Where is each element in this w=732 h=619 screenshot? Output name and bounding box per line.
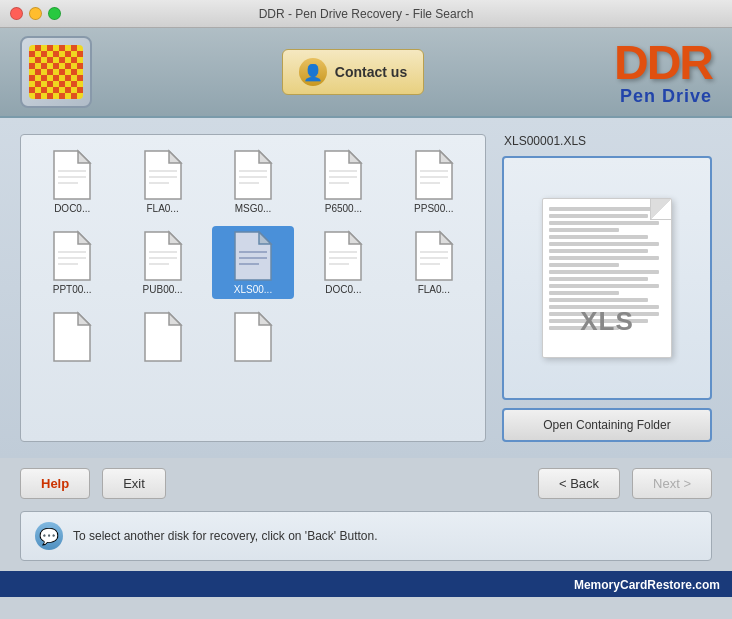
file-label-selected: XLS00... — [234, 284, 272, 295]
file-label: DOC0... — [325, 284, 361, 295]
preview-panel: XLS00001.XLS — [502, 134, 712, 442]
main-content: DOC0... FLA0... — [0, 118, 732, 458]
footer-brand: MemoryCardRestore.com — [574, 578, 720, 592]
file-icon — [141, 311, 185, 363]
nav-buttons: Help Exit < Back Next > — [20, 468, 712, 499]
contact-icon: 👤 — [299, 58, 327, 86]
close-button[interactable] — [10, 7, 23, 20]
file-label: MSG0... — [235, 203, 272, 214]
list-item[interactable]: PPT00... — [31, 226, 113, 299]
file-icon — [231, 311, 275, 363]
file-label: FLA0... — [418, 284, 450, 295]
preview-filetype-label: XLS — [580, 306, 634, 337]
preview-filename: XLS00001.XLS — [502, 134, 712, 148]
bottom-area: Help Exit < Back Next > 💬 To select anot… — [0, 458, 732, 571]
list-item-selected[interactable]: XLS00... — [212, 226, 294, 299]
header: 👤 Contact us DDR Pen Drive — [0, 28, 732, 118]
file-grid-container[interactable]: DOC0... FLA0... — [20, 134, 486, 442]
preview-line — [549, 221, 659, 225]
preview-line — [549, 249, 648, 253]
minimize-button[interactable] — [29, 7, 42, 20]
window-controls[interactable] — [10, 7, 61, 20]
footer: MemoryCardRestore.com — [0, 571, 732, 597]
status-message: To select another disk for recovery, cli… — [73, 529, 378, 543]
list-item[interactable]: PPS00... — [393, 145, 475, 218]
file-label: PPT00... — [53, 284, 92, 295]
open-containing-folder-button[interactable]: Open Containing Folder — [502, 408, 712, 442]
logo-graphic — [29, 45, 83, 99]
file-icon — [50, 230, 94, 282]
file-label: P6500... — [325, 203, 362, 214]
next-button[interactable]: Next > — [632, 468, 712, 499]
contact-label: Contact us — [335, 64, 407, 80]
file-label: PPS00... — [414, 203, 453, 214]
back-button[interactable]: < Back — [538, 468, 620, 499]
list-item[interactable]: FLA0... — [393, 226, 475, 299]
preview-line — [549, 214, 648, 218]
preview-line — [549, 270, 659, 274]
brand-sub: Pen Drive — [614, 87, 712, 105]
brand: DDR Pen Drive — [614, 39, 712, 105]
preview-line — [549, 242, 659, 246]
file-grid: DOC0... FLA0... — [31, 145, 475, 369]
exit-button[interactable]: Exit — [102, 468, 166, 499]
status-icon: 💬 — [35, 522, 63, 550]
list-item[interactable] — [212, 307, 294, 369]
preview-line — [549, 277, 648, 281]
list-item[interactable] — [121, 307, 203, 369]
preview-line — [549, 291, 619, 295]
file-label: PUB00... — [143, 284, 183, 295]
brand-ddr: DDR — [614, 39, 712, 87]
preview-line — [549, 256, 659, 260]
preview-line — [549, 228, 619, 232]
list-item[interactable]: DOC0... — [302, 226, 384, 299]
file-icon — [50, 311, 94, 363]
list-item[interactable]: MSG0... — [212, 145, 294, 218]
file-icon — [50, 149, 94, 201]
title-bar: DDR - Pen Drive Recovery - File Search — [0, 0, 732, 28]
file-label: DOC0... — [54, 203, 90, 214]
list-item[interactable]: P6500... — [302, 145, 384, 218]
preview-line — [549, 298, 648, 302]
list-item[interactable]: PUB00... — [121, 226, 203, 299]
file-icon — [321, 230, 365, 282]
file-icon — [321, 149, 365, 201]
window-title: DDR - Pen Drive Recovery - File Search — [259, 7, 474, 21]
file-label: FLA0... — [146, 203, 178, 214]
file-icon — [412, 230, 456, 282]
list-item[interactable] — [31, 307, 113, 369]
preview-line — [549, 284, 659, 288]
preview-line — [549, 235, 648, 239]
file-icon — [231, 149, 275, 201]
help-button[interactable]: Help — [20, 468, 90, 499]
file-icon — [231, 230, 275, 282]
file-icon — [141, 230, 185, 282]
preview-document: XLS — [542, 198, 672, 358]
file-icon — [141, 149, 185, 201]
status-bar: 💬 To select another disk for recovery, c… — [20, 511, 712, 561]
file-icon — [412, 149, 456, 201]
preview-line — [549, 207, 659, 211]
app-logo — [20, 36, 92, 108]
maximize-button[interactable] — [48, 7, 61, 20]
list-item[interactable]: DOC0... — [31, 145, 113, 218]
list-item[interactable]: FLA0... — [121, 145, 203, 218]
preview-line — [549, 263, 619, 267]
contact-button[interactable]: 👤 Contact us — [282, 49, 424, 95]
preview-box: XLS — [502, 156, 712, 400]
